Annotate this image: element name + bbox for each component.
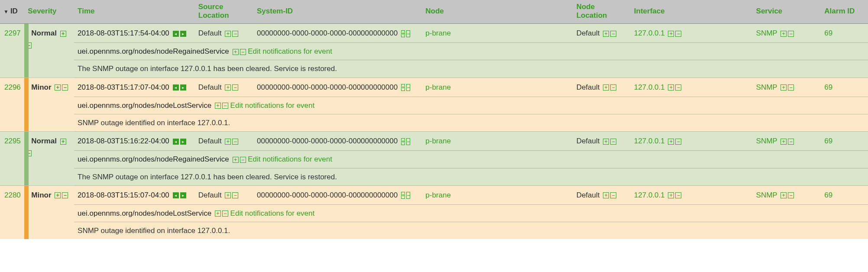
node-cell[interactable]: p-brane: [422, 185, 573, 204]
event-id[interactable]: 2296: [0, 78, 24, 132]
plus-icon[interactable]: +: [603, 139, 609, 145]
alarm-id-cell[interactable]: 69: [821, 78, 868, 97]
header-system-id[interactable]: System-ID: [253, 0, 422, 24]
plus-icon[interactable]: +: [225, 192, 231, 198]
event-id[interactable]: 2295: [0, 132, 24, 186]
edit-notifications-link[interactable]: Edit notifications for event: [248, 47, 332, 55]
header-node-location[interactable]: Node Location: [573, 0, 631, 24]
minus-icon[interactable]: −: [232, 192, 238, 198]
minus-icon[interactable]: −: [232, 31, 238, 37]
interface-cell[interactable]: 127.0.0.1 +−: [631, 132, 753, 151]
plus-icon[interactable]: +: [781, 84, 787, 91]
header-service[interactable]: Service: [753, 0, 821, 24]
plus-icon[interactable]: +: [215, 210, 221, 217]
plus-icon[interactable]: +: [225, 139, 231, 145]
minus-icon[interactable]: −: [406, 138, 410, 145]
minus-icon[interactable]: −: [62, 192, 68, 198]
minus-icon[interactable]: −: [675, 192, 681, 198]
plus-icon[interactable]: +: [401, 138, 405, 145]
plus-icon[interactable]: +: [60, 31, 66, 37]
minus-icon[interactable]: −: [232, 84, 238, 91]
minus-icon[interactable]: −: [62, 84, 68, 91]
header-alarm-id[interactable]: Alarm ID: [821, 0, 868, 24]
minus-icon[interactable]: −: [610, 31, 616, 37]
service-cell[interactable]: SNMP +−: [753, 132, 821, 151]
next-icon[interactable]: ▸: [180, 139, 186, 145]
minus-icon[interactable]: −: [675, 139, 681, 145]
interface-cell[interactable]: 127.0.0.1 +−: [631, 185, 753, 204]
header-source-location[interactable]: Source Location: [195, 0, 253, 24]
minus-icon[interactable]: −: [232, 139, 238, 145]
plus-icon[interactable]: +: [225, 31, 231, 37]
minus-icon[interactable]: −: [788, 84, 794, 91]
plus-icon[interactable]: +: [233, 157, 239, 163]
plus-icon[interactable]: +: [781, 31, 787, 37]
header-id[interactable]: ▼ID: [0, 0, 24, 24]
plus-icon[interactable]: +: [401, 30, 405, 37]
minus-icon[interactable]: −: [222, 103, 228, 109]
next-icon[interactable]: ▸: [180, 84, 186, 91]
plus-icon[interactable]: +: [603, 84, 609, 91]
plus-icon[interactable]: +: [603, 192, 609, 198]
alarm-id-cell[interactable]: 69: [821, 185, 868, 204]
node-cell[interactable]: p-brane: [422, 24, 573, 43]
alarm-id-cell[interactable]: 69: [821, 24, 868, 43]
event-id[interactable]: 2297: [0, 24, 24, 78]
minus-icon[interactable]: −: [788, 139, 794, 145]
interface-cell[interactable]: 127.0.0.1 +−: [631, 24, 753, 43]
minus-icon[interactable]: −: [406, 30, 410, 37]
header-time[interactable]: Time: [74, 0, 195, 24]
minus-icon[interactable]: −: [610, 84, 616, 91]
plus-icon[interactable]: +: [401, 84, 405, 91]
uei-row: uei.opennms.org/nodes/nodeLostService +−…: [0, 97, 868, 114]
minus-icon[interactable]: −: [406, 192, 410, 199]
node-cell[interactable]: p-brane: [422, 78, 573, 97]
plus-icon[interactable]: +: [225, 84, 231, 91]
header-interface[interactable]: Interface: [631, 0, 753, 24]
plus-icon[interactable]: +: [55, 192, 61, 198]
minus-icon[interactable]: −: [222, 210, 228, 217]
plus-icon[interactable]: +: [60, 139, 66, 145]
interface-cell[interactable]: 127.0.0.1 +−: [631, 78, 753, 97]
service-cell[interactable]: SNMP +−: [753, 24, 821, 43]
header-severity[interactable]: Severity: [24, 0, 74, 24]
minus-icon[interactable]: −: [240, 157, 246, 163]
edit-notifications-link[interactable]: Edit notifications for event: [230, 101, 315, 110]
plus-icon[interactable]: +: [668, 139, 674, 145]
prev-icon[interactable]: ◂: [173, 84, 179, 91]
severity-stripe: [24, 132, 29, 185]
service-cell[interactable]: SNMP +−: [753, 78, 821, 97]
plus-icon[interactable]: +: [603, 31, 609, 37]
plus-icon[interactable]: +: [668, 84, 674, 91]
minus-icon[interactable]: −: [788, 31, 794, 37]
plus-icon[interactable]: +: [233, 49, 239, 55]
edit-notifications-link[interactable]: Edit notifications for event: [230, 209, 315, 217]
minus-icon[interactable]: −: [675, 84, 681, 91]
prev-icon[interactable]: ◂: [173, 192, 179, 198]
minus-icon[interactable]: −: [240, 49, 246, 55]
plus-icon[interactable]: +: [781, 192, 787, 198]
minus-icon[interactable]: −: [675, 31, 681, 37]
plus-icon[interactable]: +: [668, 192, 674, 198]
event-id[interactable]: 2280: [0, 185, 24, 239]
minus-icon[interactable]: −: [788, 192, 794, 198]
minus-icon[interactable]: −: [610, 192, 616, 198]
plus-icon[interactable]: +: [781, 139, 787, 145]
severity-stripe: [24, 24, 29, 78]
next-icon[interactable]: ▸: [180, 192, 186, 198]
alarm-id-cell[interactable]: 69: [821, 132, 868, 151]
minus-icon[interactable]: −: [610, 139, 616, 145]
prev-icon[interactable]: ◂: [173, 139, 179, 145]
header-node[interactable]: Node: [422, 0, 573, 24]
edit-notifications-link[interactable]: Edit notifications for event: [248, 155, 332, 163]
prev-icon[interactable]: ◂: [173, 31, 179, 37]
plus-icon[interactable]: +: [401, 192, 405, 199]
next-icon[interactable]: ▸: [180, 31, 186, 37]
minus-icon[interactable]: −: [406, 84, 410, 91]
message-cell: SNMP outage identified on interface 127.…: [74, 222, 868, 240]
plus-icon[interactable]: +: [215, 103, 221, 109]
plus-icon[interactable]: +: [668, 31, 674, 37]
plus-icon[interactable]: +: [55, 84, 61, 91]
node-cell[interactable]: p-brane: [422, 132, 573, 151]
service-cell[interactable]: SNMP +−: [753, 185, 821, 204]
